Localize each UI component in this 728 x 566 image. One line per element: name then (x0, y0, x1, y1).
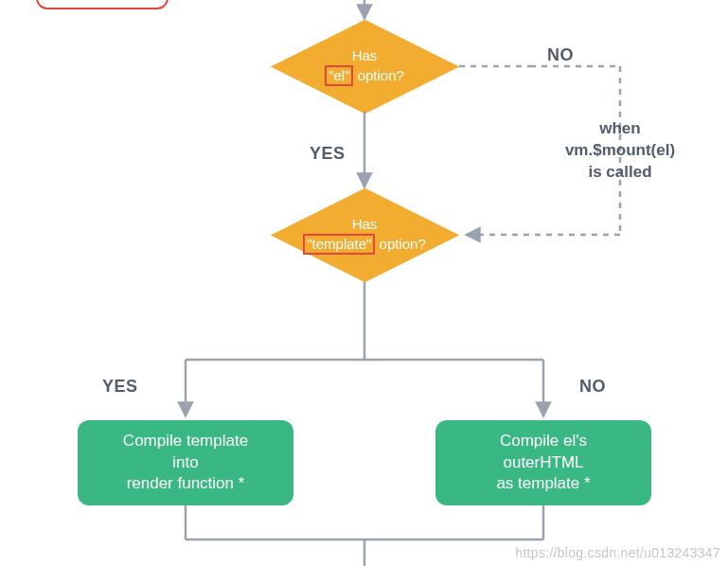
decision-has-el-line1: Has (352, 46, 378, 65)
terminal-compile-el-outerhtml: Compile el's outerHTML as template * (435, 420, 651, 505)
watermark-text: https://blog.csdn.net/u013243347 (515, 545, 720, 560)
label-template-yes: YES (102, 377, 138, 397)
decision-has-template-line1: Has (352, 215, 378, 234)
decision-has-el-line2: "el" option? (325, 65, 404, 86)
terminal-left-l1: Compile template (123, 431, 248, 452)
terminal-right-l1: Compile el's (500, 431, 587, 452)
note-line1: when (525, 118, 715, 140)
decision-has-template-after: option? (375, 236, 425, 252)
terminal-right-l3: as template * (496, 473, 590, 495)
note-when-mount-called: when vm.$mount(el) is called (525, 118, 715, 184)
label-el-no: NO (547, 45, 574, 65)
decision-has-template: Has "template" option? (270, 187, 459, 282)
note-line3: is called (525, 162, 715, 184)
terminal-right-l2: outerHTML (503, 452, 583, 474)
label-template-no: NO (579, 377, 606, 397)
terminal-left-l3: render function * (127, 473, 245, 495)
highlight-el-keyword: "el" (325, 65, 353, 86)
highlight-template-keyword: "template" (303, 234, 375, 255)
note-line2: vm.$mount(el) (525, 140, 715, 162)
decision-has-el-after: option? (353, 67, 403, 83)
terminal-left-l2: into (172, 452, 198, 474)
decision-has-el: Has "el" option? (270, 19, 459, 114)
cropped-pill-outline (36, 0, 169, 9)
terminal-compile-template: Compile template into render function * (78, 420, 293, 505)
decision-has-template-line2: "template" option? (303, 234, 426, 255)
label-el-yes: YES (310, 144, 346, 164)
